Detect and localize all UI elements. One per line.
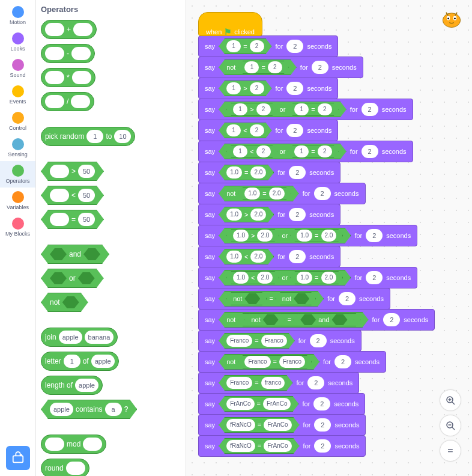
operator-lt[interactable]: 1.0<2.0 (226, 271, 279, 284)
operator-gt[interactable]: 1>2 (219, 81, 271, 96)
operator-not[interactable]: not1=2 (219, 60, 297, 75)
say-for-seconds-block[interactable]: say1.0=2.0for2seconds (198, 162, 340, 183)
say-for-seconds-block[interactable]: saynot1=2for2seconds (198, 56, 363, 78)
block-palette: Operators + - * / pick random1to10 >50 <… (36, 0, 186, 476)
operator-or[interactable]: 1.0>2.0or1.0=2.0 (219, 228, 351, 243)
op-mod-block[interactable]: mod (41, 435, 106, 454)
say-for-seconds-block[interactable]: say1.0>2.0or1.0=2.0for2seconds (198, 225, 417, 246)
say-for-seconds-block[interactable]: sayFranco=Francofor2seconds (198, 330, 362, 352)
say-for-seconds-block[interactable]: say1>2for2seconds (198, 78, 338, 99)
say-for-seconds-block[interactable]: say1.0<2.0for2seconds (198, 246, 340, 267)
operator-lt[interactable]: 1<2 (219, 123, 271, 138)
op-gt-block[interactable]: >50 (41, 162, 104, 181)
say-for-seconds-block[interactable]: sayfRaNcO=FrAnCofor2seconds (198, 414, 366, 436)
operator-not[interactable]: not1.0=2.0 (219, 186, 299, 201)
op-or-block[interactable]: or (41, 269, 104, 288)
operator-gt[interactable]: 1>2 (226, 103, 277, 116)
op-add-block[interactable]: + (41, 20, 97, 39)
op-eq-block[interactable]: =50 (41, 210, 104, 229)
say-for-seconds-block[interactable]: say1>2or1=2for2seconds (198, 99, 413, 120)
op-round-block[interactable]: round (41, 459, 89, 476)
operator-eq[interactable]: not=and (238, 313, 360, 326)
operator-eq[interactable]: 1=2 (288, 145, 338, 158)
operator-gt[interactable]: 1.0>2.0 (219, 207, 274, 222)
say-for-seconds-block[interactable]: say1.0>2.0for2seconds (198, 204, 340, 225)
operator-or[interactable]: 1>2or1=2 (219, 102, 346, 117)
op-and-block[interactable]: and (41, 245, 109, 264)
zoom-out-button[interactable] (440, 415, 461, 436)
operator-not[interactable]: not (226, 292, 267, 305)
op-lt-block[interactable]: <50 (41, 186, 104, 205)
operator-eq[interactable]: Franco=Franco (219, 333, 295, 349)
op-not-block[interactable]: not (41, 293, 88, 312)
operator-eq[interactable]: Franco=franco (219, 375, 292, 391)
svg-point-1 (21, 455, 22, 456)
operator-or[interactable]: 1.0<2.0or1.0=2.0 (219, 270, 351, 285)
operator-eq[interactable]: fRaNcO=FrAnCo (219, 438, 299, 454)
operator-or[interactable]: 1<2or1=2 (219, 144, 346, 159)
say-for-seconds-block[interactable]: say1.0<2.0or1.0=2.0for2seconds (198, 267, 417, 288)
say-for-seconds-block[interactable]: say1<2or1=2for2seconds (198, 141, 413, 162)
operator-eq[interactable]: not=not (219, 291, 324, 307)
operator-eq[interactable]: Franco=Franco (238, 355, 312, 368)
zoom-in-button[interactable] (440, 389, 461, 411)
say-for-seconds-block[interactable]: say1=2for2seconds (198, 35, 338, 57)
operator-not[interactable]: not (244, 313, 285, 326)
operator-eq[interactable]: 1.0=2.0 (238, 187, 291, 200)
sound-dot-icon (12, 59, 24, 71)
variables-dot-icon (12, 191, 24, 203)
operator-lt[interactable]: 1.0<2.0 (219, 249, 274, 264)
operator-eq[interactable]: 1.0=2.0 (290, 271, 343, 284)
svg-rect-0 (13, 456, 23, 462)
category-control[interactable]: Control (0, 108, 35, 135)
say-for-seconds-block[interactable]: say1<2for2seconds (198, 120, 338, 141)
operator-lt[interactable]: 1<2 (226, 145, 277, 158)
operator-gt[interactable]: 1.0>2.0 (226, 229, 279, 242)
op-random-block[interactable]: pick random1to10 (41, 127, 135, 146)
category-events[interactable]: Events (0, 82, 35, 108)
category-sound[interactable]: Sound (0, 55, 35, 82)
say-for-seconds-block[interactable]: sayfRaNcO=FrAnCofor2seconds (198, 435, 366, 457)
sensing-dot-icon (12, 138, 24, 150)
operator-eq[interactable]: fRaNcO=FrAnCo (219, 417, 299, 433)
operator-and[interactable]: and (294, 313, 354, 326)
say-for-seconds-block[interactable]: saynot=notfor2seconds (198, 288, 390, 310)
operator-not[interactable]: not (276, 292, 316, 305)
say-for-seconds-block[interactable]: saynotnot=andfor2seconds (198, 309, 435, 331)
say-for-seconds-block[interactable]: saynotFranco=Francofor2seconds (198, 351, 386, 373)
workspace[interactable]: when⚑clicked say1=2for2secondssaynot1=2f… (186, 0, 472, 476)
zoom-reset-button[interactable]: = (440, 440, 461, 462)
category-myblocks[interactable]: My Blocks (0, 214, 35, 240)
backpack-button[interactable] (6, 446, 30, 470)
category-variables[interactable]: Variables (0, 188, 35, 214)
hat-when-flag-clicked[interactable]: when⚑clicked (198, 12, 262, 36)
category-looks[interactable]: Looks (0, 29, 35, 55)
operator-eq[interactable]: FrAnCo=FrAnCo (219, 396, 298, 412)
op-letter-block[interactable]: letter1ofapple (41, 352, 119, 371)
category-operators[interactable]: Operators (0, 161, 35, 188)
operator-eq[interactable]: 1=2 (238, 61, 288, 74)
operator-eq[interactable]: 1.0=2.0 (290, 229, 343, 242)
looks-dot-icon (12, 32, 24, 44)
category-sensing[interactable]: Sensing (0, 135, 35, 161)
op-mul-block[interactable]: * (41, 68, 95, 87)
operator-not[interactable]: notFranco=Franco (219, 354, 319, 370)
op-div-block[interactable]: / (41, 92, 94, 111)
control-dot-icon (12, 112, 24, 124)
op-join-block[interactable]: joinapplebanana (41, 328, 118, 347)
say-for-seconds-block[interactable]: sayFrAnCo=FrAnCofor2seconds (198, 393, 365, 415)
category-motion[interactable]: Motion (0, 2, 35, 29)
op-sub-block[interactable]: - (41, 44, 95, 63)
operator-eq[interactable]: 1=2 (288, 103, 338, 116)
svg-line-12 (452, 427, 455, 430)
motion-dot-icon (12, 6, 24, 18)
say-for-seconds-block[interactable]: saynot1.0=2.0for2seconds (198, 183, 366, 204)
zoom-controls: = (440, 389, 461, 462)
op-contains-block[interactable]: applecontainsa? (41, 400, 137, 419)
say-for-seconds-block[interactable]: sayFranco=francofor2seconds (198, 372, 359, 394)
operator-not[interactable]: notnot=and (219, 312, 368, 328)
operator-eq[interactable]: 1.0=2.0 (219, 165, 274, 180)
operator-eq[interactable]: 1=2 (219, 38, 271, 54)
myblocks-dot-icon (12, 218, 24, 230)
op-length-block[interactable]: length ofapple (41, 376, 103, 395)
